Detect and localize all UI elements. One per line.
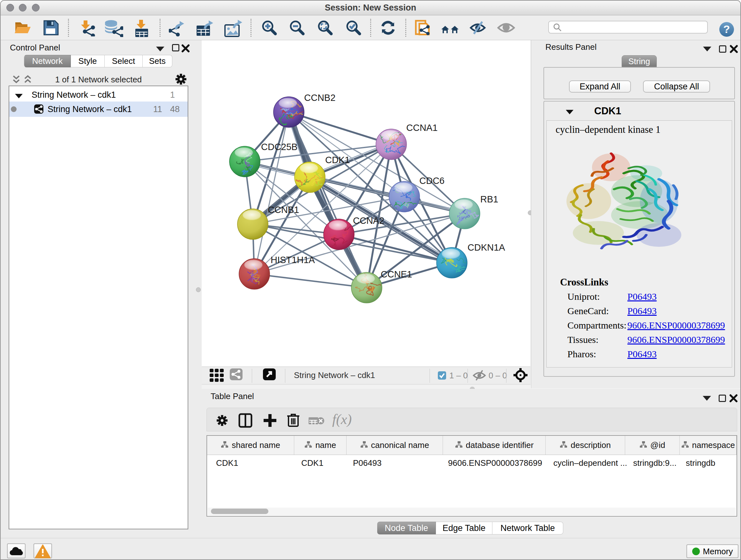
svg-text:CCNA1: CCNA1 [406, 123, 437, 133]
svg-text:CCNB1: CCNB1 [268, 205, 299, 215]
svg-text:CCNA2: CCNA2 [353, 215, 384, 226]
svg-text:RB1: RB1 [480, 194, 498, 204]
svg-text:CDC25B: CDC25B [261, 142, 297, 152]
svg-text:CDC6: CDC6 [419, 176, 445, 186]
svg-text:HIST1H1A: HIST1H1A [271, 255, 315, 265]
svg-text:CCNE1: CCNE1 [381, 269, 412, 279]
svg-text:CDK1: CDK1 [325, 155, 350, 165]
svg-text:CCNB2: CCNB2 [304, 92, 335, 103]
svg-text:CDKN1A: CDKN1A [468, 242, 505, 253]
